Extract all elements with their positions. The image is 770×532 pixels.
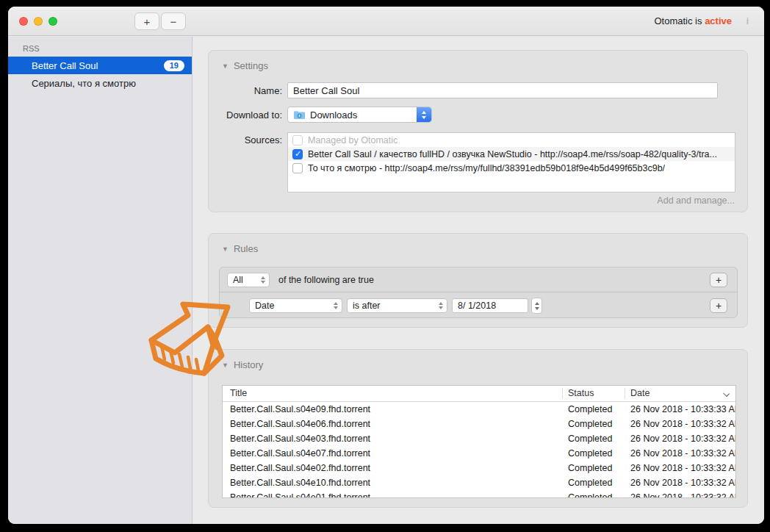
table-row[interactable]: Better.Call.Saul.s04e03.fhd.torrent Comp… bbox=[223, 431, 735, 446]
match-value: All bbox=[233, 275, 243, 285]
rules-header[interactable]: ▼Rules bbox=[222, 243, 258, 254]
settings-title: Settings bbox=[234, 60, 268, 71]
disclosure-triangle-icon: ▼ bbox=[222, 62, 229, 70]
cell-title: Better.Call.Saul.s04e02.fhd.torrent bbox=[230, 463, 557, 473]
minimize-button[interactable] bbox=[34, 17, 43, 26]
source-label: То что я смотрю - http://soap4.me/rss/my… bbox=[308, 163, 665, 173]
name-input[interactable] bbox=[287, 82, 718, 98]
status-value: active bbox=[705, 15, 732, 26]
checkbox-unchecked-icon[interactable] bbox=[292, 163, 303, 173]
cell-title: Better.Call.Saul.s04e07.fhd.torrent bbox=[230, 448, 557, 459]
close-button[interactable] bbox=[19, 17, 28, 26]
sidebar: RSS Better Call Soul 19 Сериалы, что я с… bbox=[8, 37, 192, 524]
download-to-label: Download to: bbox=[209, 109, 282, 121]
sidebar-section-rss: RSS bbox=[23, 44, 192, 53]
rules-title: Rules bbox=[234, 243, 258, 254]
rule-field-value: Date bbox=[255, 301, 274, 311]
table-row[interactable]: Better.Call.Saul.s04e06.fhd.torrent Comp… bbox=[223, 417, 735, 431]
cell-title: Better.Call.Saul.s04e03.fhd.torrent bbox=[230, 434, 557, 444]
status-prefix: Otomatic is bbox=[655, 15, 705, 26]
add-feed-button[interactable]: + bbox=[134, 12, 159, 30]
sidebar-item-serialy[interactable]: Сериалы, что я смотрю bbox=[8, 74, 192, 92]
downloads-folder-icon bbox=[293, 110, 306, 120]
main-content: ▼Settings Name: Download to: Downloads S… bbox=[193, 37, 764, 524]
source-row-my-feed[interactable]: То что я смотрю - http://soap4.me/rss/my… bbox=[288, 161, 735, 175]
cell-title: Better.Call.Saul.s04e06.fhd.torrent bbox=[230, 419, 557, 429]
rule-match-row: All of the following are true + bbox=[220, 267, 737, 292]
cell-date: 26 Nov 2018 - 10:33:32 AM bbox=[630, 463, 736, 473]
cell-date: 26 Nov 2018 - 10:33:33 AM bbox=[630, 404, 736, 414]
table-row[interactable]: Better.Call.Saul.s04e07.fhd.torrent Comp… bbox=[223, 446, 735, 461]
rule-operator-popup[interactable]: is after bbox=[347, 298, 447, 313]
settings-panel: ▼Settings Name: Download to: Downloads S… bbox=[208, 50, 748, 212]
source-label: Managed by Otomatic bbox=[308, 135, 397, 145]
column-divider bbox=[562, 388, 563, 399]
toolbar-buttons: + − bbox=[134, 12, 186, 30]
download-folder-popup[interactable]: Downloads bbox=[287, 107, 432, 123]
cell-date: 26 Nov 2018 - 10:33:32 AM bbox=[630, 419, 736, 429]
date-stepper[interactable] bbox=[531, 298, 542, 314]
titlebar: + − Otomatic is active i bbox=[8, 7, 764, 36]
table-row[interactable]: Better.Call.Saul.s04e01.fhd.torrent Comp… bbox=[223, 490, 735, 498]
traffic-lights bbox=[19, 17, 57, 26]
popup-arrows-icon bbox=[257, 276, 269, 284]
cell-status: Completed bbox=[568, 463, 612, 473]
sidebar-item-label: Сериалы, что я смотрю bbox=[32, 78, 136, 89]
unread-count-badge: 19 bbox=[164, 60, 184, 71]
cell-status: Completed bbox=[568, 478, 612, 488]
remove-feed-button[interactable]: − bbox=[161, 12, 186, 30]
history-table-header: Title Status Date bbox=[223, 386, 735, 402]
rule-date-input[interactable] bbox=[452, 298, 528, 313]
table-row[interactable]: Better.Call.Saul.s04e02.fhd.torrent Comp… bbox=[223, 461, 735, 475]
history-header[interactable]: ▼History bbox=[222, 359, 263, 370]
sources-label: Sources: bbox=[209, 134, 282, 145]
column-divider bbox=[625, 388, 625, 399]
sort-chevron-icon[interactable] bbox=[723, 390, 730, 397]
download-folder-value: Downloads bbox=[310, 109, 357, 121]
cell-status: Completed bbox=[568, 419, 612, 429]
sidebar-item-label: Better Call Soul bbox=[32, 60, 98, 71]
source-label: Better Call Saul / качество fullHD / озв… bbox=[308, 149, 717, 159]
disclosure-triangle-icon: ▼ bbox=[222, 245, 229, 253]
match-suffix-text: of the following are true bbox=[278, 275, 374, 285]
column-header-status[interactable]: Status bbox=[568, 388, 594, 398]
history-panel: ▼History Title Status Date Better.Call.S… bbox=[208, 349, 748, 508]
sidebar-item-better-call-soul[interactable]: Better Call Soul 19 bbox=[8, 57, 192, 74]
table-row[interactable]: Better.Call.Saul.s04e10.fhd.torrent Comp… bbox=[223, 475, 735, 490]
checkbox-checked-icon[interactable] bbox=[292, 149, 303, 159]
column-header-title[interactable]: Title bbox=[230, 388, 247, 398]
settings-header[interactable]: ▼Settings bbox=[222, 60, 268, 71]
cell-date: 26 Nov 2018 - 10:33:32 AM bbox=[630, 492, 736, 498]
source-row-managed[interactable]: Managed by Otomatic bbox=[288, 133, 735, 147]
name-label: Name: bbox=[209, 85, 282, 96]
cell-date: 26 Nov 2018 - 10:33:32 AM bbox=[630, 448, 736, 459]
popup-arrows-icon bbox=[417, 107, 431, 122]
history-table: Title Status Date Better.Call.Saul.s04e0… bbox=[222, 385, 736, 498]
add-and-manage-link[interactable]: Add and manage... bbox=[657, 195, 735, 206]
table-row[interactable]: Better.Call.Saul.s04e09.fhd.torrent Comp… bbox=[223, 402, 735, 417]
cell-status: Completed bbox=[568, 404, 612, 414]
sources-list: Managed by Otomatic Better Call Saul / к… bbox=[287, 132, 735, 193]
cell-title: Better.Call.Saul.s04e10.fhd.torrent bbox=[230, 478, 557, 488]
checkbox-unchecked-icon[interactable] bbox=[292, 135, 303, 145]
source-row-newstudio[interactable]: Better Call Saul / качество fullHD / озв… bbox=[288, 147, 735, 161]
rules-box: All of the following are true + Date is … bbox=[219, 267, 738, 318]
cell-status: Completed bbox=[568, 448, 612, 459]
popup-arrows-icon bbox=[330, 302, 342, 309]
cell-status: Completed bbox=[568, 434, 612, 444]
column-header-date[interactable]: Date bbox=[630, 388, 650, 398]
cell-date: 26 Nov 2018 - 10:33:32 AM bbox=[630, 478, 736, 488]
match-popup[interactable]: All bbox=[227, 273, 270, 287]
popup-arrows-icon bbox=[435, 302, 447, 309]
rule-field-popup[interactable]: Date bbox=[249, 298, 342, 313]
cell-title: Better.Call.Saul.s04e01.fhd.torrent bbox=[230, 492, 557, 498]
disclosure-triangle-icon: ▼ bbox=[222, 362, 229, 369]
rule-condition-row: Date is after + bbox=[220, 293, 737, 318]
info-icon[interactable]: i bbox=[746, 16, 749, 26]
cell-date: 26 Nov 2018 - 10:33:32 AM bbox=[630, 434, 736, 444]
add-rule-button[interactable]: + bbox=[710, 273, 727, 287]
rules-panel: ▼Rules All of the following are true + D… bbox=[208, 233, 748, 328]
zoom-button[interactable] bbox=[48, 17, 57, 26]
history-title: History bbox=[234, 359, 263, 370]
add-condition-button[interactable]: + bbox=[710, 298, 727, 313]
